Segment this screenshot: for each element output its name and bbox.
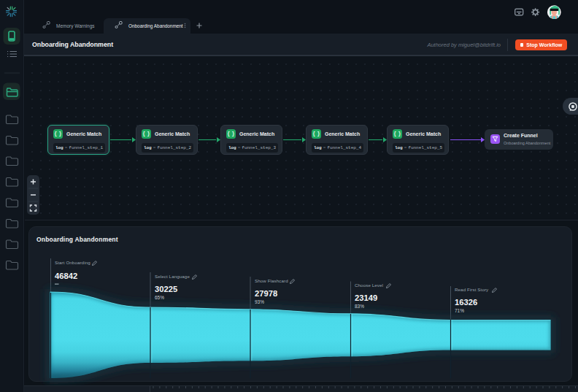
svg-text:Read First Story: Read First Story — [455, 287, 489, 292]
svg-text:23149: 23149 — [355, 293, 377, 302]
svg-text:Show Flashcard: Show Flashcard — [255, 278, 288, 283]
svg-text:Select Language: Select Language — [155, 274, 190, 279]
svg-text:65%: 65% — [155, 295, 164, 300]
svg-text:46842: 46842 — [55, 272, 77, 280]
svg-text:Choose Level: Choose Level — [355, 283, 383, 288]
svg-text:30225: 30225 — [155, 285, 177, 293]
svg-text:16326: 16326 — [455, 298, 477, 307]
svg-text:27978: 27978 — [255, 289, 277, 298]
svg-text:83%: 83% — [355, 304, 364, 309]
svg-text:Start Onboarding: Start Onboarding — [55, 260, 90, 265]
svg-text:93%: 93% — [255, 299, 264, 304]
svg-text:71%: 71% — [455, 308, 464, 313]
